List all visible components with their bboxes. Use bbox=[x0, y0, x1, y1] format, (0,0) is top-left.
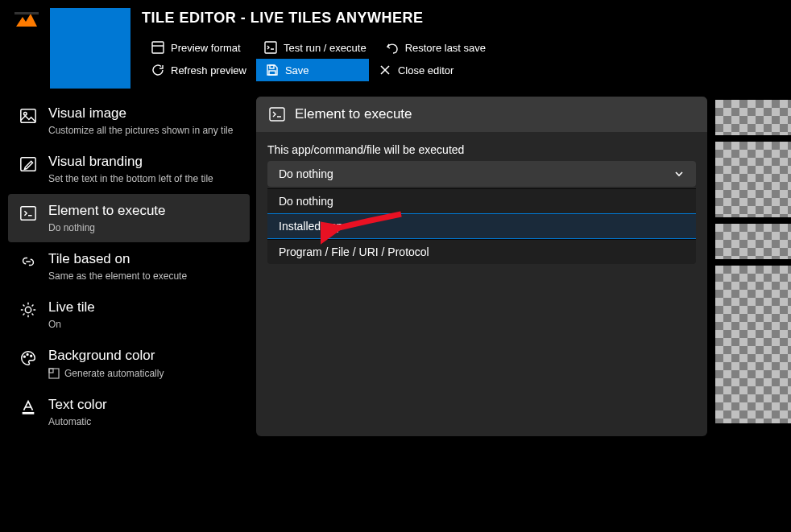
sidebar-item-label: Live tile bbox=[48, 299, 95, 316]
dropdown-selected-label: Do nothing bbox=[279, 167, 333, 180]
sidebar-item-label: Tile based on bbox=[48, 250, 187, 268]
layout-small-icon bbox=[48, 368, 60, 379]
refresh-label: Refresh preview bbox=[171, 64, 246, 76]
panel-header: Element to execute bbox=[256, 97, 707, 132]
sidebar-item-sublabel: Automatic bbox=[48, 415, 107, 428]
tile-preview-list bbox=[715, 100, 791, 423]
svg-point-23 bbox=[27, 354, 28, 356]
sidebar-item-sublabel: Set the text in the bottom left of the t… bbox=[48, 172, 213, 185]
sidebar-item-tile-based-on[interactable]: Tile based on Same as the element to exe… bbox=[8, 242, 250, 291]
sidebar-item-visual-image[interactable]: Visual image Customize all the pictures … bbox=[8, 97, 250, 145]
sidebar-item-label: Visual branding bbox=[48, 153, 213, 171]
undo-icon bbox=[386, 41, 399, 54]
toolbar: Preview format Test run / execute Restor… bbox=[142, 36, 545, 81]
refresh-button[interactable]: Refresh preview bbox=[142, 59, 256, 81]
svg-line-19 bbox=[32, 314, 34, 315]
dropdown-list: Do nothing Installed app Program / File … bbox=[267, 188, 696, 264]
brightness-icon bbox=[19, 301, 37, 319]
sidebar-item-visual-branding[interactable]: Visual branding Set the text in the bott… bbox=[8, 145, 250, 193]
preview-format-button[interactable]: Preview format bbox=[142, 36, 255, 59]
close-editor-button[interactable]: Close editor bbox=[369, 59, 482, 81]
dropdown-option-program-file[interactable]: Program / File / URI / Protocol bbox=[267, 239, 696, 264]
layout-icon bbox=[151, 41, 164, 54]
svg-rect-9 bbox=[21, 109, 35, 123]
svg-rect-5 bbox=[270, 65, 274, 68]
terminal-icon bbox=[19, 204, 37, 222]
edit-icon bbox=[19, 155, 37, 173]
sidebar-item-sublabel: Generate automatically bbox=[48, 367, 164, 380]
sidebar-item-live-tile[interactable]: Live tile On bbox=[8, 291, 250, 339]
save-button[interactable]: Save bbox=[256, 59, 369, 81]
save-label: Save bbox=[285, 64, 309, 76]
app-logo-icon bbox=[14, 12, 39, 28]
tile-preview-large bbox=[715, 266, 791, 423]
sidebar-item-background-color[interactable]: Background color Generate automatically bbox=[8, 339, 250, 387]
svg-line-18 bbox=[23, 305, 25, 307]
close-icon bbox=[379, 64, 391, 76]
tile-preview-square bbox=[50, 8, 130, 89]
sidebar-item-label: Visual image bbox=[48, 105, 233, 122]
sidebar: Visual image Customize all the pictures … bbox=[8, 97, 250, 436]
dropdown-selected[interactable]: Do nothing bbox=[267, 161, 696, 187]
text-color-icon bbox=[19, 398, 37, 416]
link-icon bbox=[19, 253, 37, 270]
svg-rect-2 bbox=[152, 42, 164, 53]
svg-rect-12 bbox=[21, 206, 35, 220]
svg-point-10 bbox=[24, 112, 27, 115]
sidebar-item-label: Text color bbox=[48, 396, 107, 414]
sidebar-item-text-color[interactable]: Text color Automatic bbox=[8, 388, 250, 436]
tile-preview-wide bbox=[715, 224, 791, 259]
dropdown-option-do-nothing[interactable]: Do nothing bbox=[267, 188, 696, 213]
sidebar-item-sublabel: Same as the element to execute bbox=[48, 270, 187, 282]
svg-rect-1 bbox=[14, 12, 39, 14]
tile-preview-wide-small bbox=[715, 100, 791, 135]
test-run-button[interactable]: Test run / execute bbox=[255, 36, 376, 59]
svg-point-13 bbox=[25, 307, 31, 312]
sidebar-item-sublabel: Do nothing bbox=[48, 221, 166, 234]
svg-line-21 bbox=[23, 314, 25, 315]
main-panel: Element to execute This app/command/file… bbox=[256, 97, 707, 436]
refresh-icon bbox=[151, 64, 164, 76]
palette-icon bbox=[19, 349, 37, 367]
close-label: Close editor bbox=[398, 64, 453, 76]
svg-rect-6 bbox=[269, 71, 275, 75]
svg-rect-25 bbox=[49, 369, 59, 378]
svg-rect-4 bbox=[265, 42, 276, 53]
terminal-icon bbox=[264, 41, 277, 54]
save-icon bbox=[266, 64, 279, 76]
panel-description: This app/command/file will be executed bbox=[267, 143, 696, 156]
test-run-label: Test run / execute bbox=[284, 42, 367, 54]
terminal-icon bbox=[269, 106, 285, 122]
svg-rect-28 bbox=[270, 108, 284, 121]
svg-rect-26 bbox=[49, 369, 53, 373]
preview-format-label: Preview format bbox=[171, 42, 241, 54]
sidebar-item-sublabel: On bbox=[48, 318, 95, 331]
svg-point-24 bbox=[31, 356, 32, 357]
execute-dropdown: Do nothing Do nothing Installed app Prog… bbox=[267, 161, 696, 264]
sidebar-item-sublabel: Customize all the pictures shown in any … bbox=[48, 124, 233, 137]
panel-title: Element to execute bbox=[295, 106, 412, 122]
sidebar-item-element-execute[interactable]: Element to execute Do nothing bbox=[8, 194, 250, 242]
sidebar-item-label: Background color bbox=[48, 347, 164, 365]
window-title: TILE EDITOR - LIVE TILES ANYWHERE bbox=[142, 10, 777, 27]
svg-point-22 bbox=[24, 357, 26, 358]
chevron-down-icon bbox=[673, 168, 685, 179]
dropdown-option-installed-app[interactable]: Installed app bbox=[267, 213, 696, 239]
picture-icon bbox=[19, 107, 37, 125]
svg-line-20 bbox=[32, 305, 34, 307]
sidebar-item-label: Element to execute bbox=[48, 202, 166, 220]
restore-button[interactable]: Restore last save bbox=[376, 36, 495, 59]
restore-label: Restore last save bbox=[405, 42, 486, 54]
tile-preview-medium bbox=[715, 142, 791, 217]
